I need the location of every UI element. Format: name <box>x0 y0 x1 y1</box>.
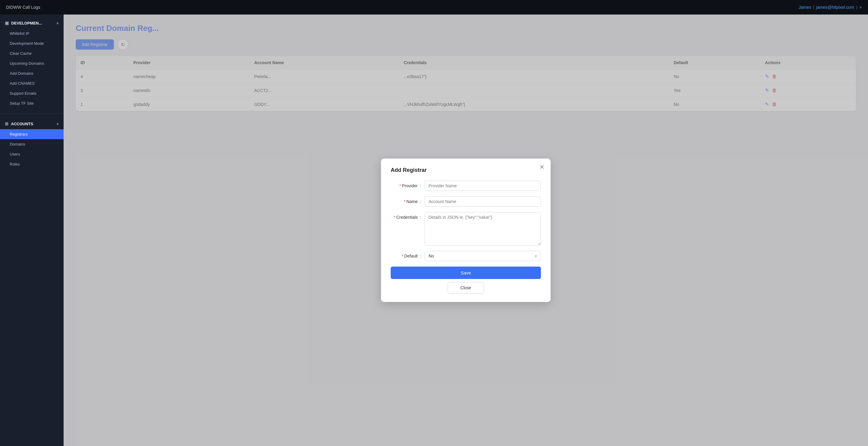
modal-close-x-button[interactable]: ✕ <box>539 164 545 170</box>
topbar-chevron-icon: ∨ <box>859 5 862 9</box>
credentials-row: * Credentials : <box>391 212 541 245</box>
modal-title: Add Registrar <box>391 167 541 173</box>
sidebar-item-development-mode[interactable]: Development Mode <box>0 38 64 48</box>
dev-chevron-icon: ∧ <box>56 21 59 25</box>
topbar-user[interactable]: James ( james@hitpixel.com ) ∨ <box>799 5 862 10</box>
name-row: * Name : <box>391 196 541 207</box>
topbar-email: james@hitpixel.com <box>816 5 854 10</box>
sidebar-item-support-emails[interactable]: Support Emails <box>0 88 64 98</box>
topbar-username: James <box>799 5 811 10</box>
provider-label: * Provider : <box>391 181 421 188</box>
layout: ▣ DEVELOPMEN... ∧ Whitelist IP Developme… <box>0 14 868 446</box>
dev-group-header[interactable]: ▣ DEVELOPMEN... ∧ <box>0 18 64 28</box>
accounts-group-header[interactable]: ⊞ ACCOUNTS ∧ <box>0 118 64 129</box>
topbar: DIDWW Call Logs James ( james@hitpixel.c… <box>0 0 868 14</box>
dev-group-label: DEVELOPMEN... <box>11 21 42 26</box>
name-input[interactable] <box>425 196 541 207</box>
modal-overlay: Add Registrar ✕ * Provider : * Name : <box>64 14 868 446</box>
sidebar-item-domains[interactable]: Domains <box>0 139 64 149</box>
accounts-chevron-icon: ∧ <box>56 122 59 126</box>
sidebar-item-add-cnames[interactable]: Add CNAMES <box>0 78 64 88</box>
default-select-wrapper: No Yes ∨ <box>425 251 541 261</box>
grid-icon: ⊞ <box>5 121 8 126</box>
modal-actions: Save Close <box>391 267 541 294</box>
sidebar-divider <box>0 113 64 113</box>
monitor-icon: ▣ <box>5 21 9 26</box>
credentials-textarea[interactable] <box>425 212 541 245</box>
sidebar-item-setup-tf-site[interactable]: Setup TF Site <box>0 98 64 108</box>
close-modal-button[interactable]: Close <box>447 282 484 294</box>
accounts-group-label: ACCOUNTS <box>11 122 33 126</box>
sidebar-item-clear-cache[interactable]: Clear Cache <box>0 48 64 58</box>
main-area: Current Domain Reg... Add Registrar ↻ ID… <box>64 14 868 446</box>
sidebar-item-upcoming-domains[interactable]: Upcoming Domains <box>0 58 64 68</box>
sidebar-item-roles[interactable]: Roles <box>0 159 64 169</box>
sidebar-item-registrars[interactable]: Registrars <box>0 129 64 139</box>
default-row: * Default : No Yes ∨ <box>391 251 541 261</box>
accounts-section: ⊞ ACCOUNTS ∧ Registrars Domains Users Ro… <box>0 115 64 172</box>
name-label: * Name : <box>391 196 421 204</box>
default-select[interactable]: No Yes <box>425 251 541 261</box>
sidebar-item-add-domains[interactable]: Add Domains <box>0 68 64 78</box>
save-button[interactable]: Save <box>391 267 541 279</box>
dev-section: ▣ DEVELOPMEN... ∧ Whitelist IP Developme… <box>0 14 64 111</box>
add-registrar-modal: Add Registrar ✕ * Provider : * Name : <box>381 159 551 302</box>
sidebar-item-whitelist-ip[interactable]: Whitelist IP <box>0 28 64 38</box>
provider-input[interactable] <box>425 181 541 191</box>
provider-row: * Provider : <box>391 181 541 191</box>
default-label: * Default : <box>391 251 421 259</box>
topbar-left-label: DIDWW Call Logs <box>6 5 40 10</box>
sidebar-item-users[interactable]: Users <box>0 149 64 159</box>
sidebar: ▣ DEVELOPMEN... ∧ Whitelist IP Developme… <box>0 14 64 446</box>
credentials-label: * Credentials : <box>391 212 421 220</box>
